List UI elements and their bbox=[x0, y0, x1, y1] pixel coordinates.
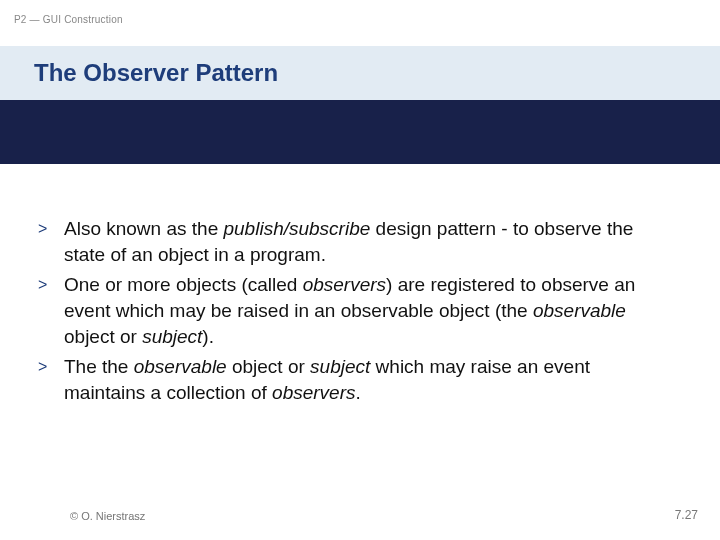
bullet-marker: > bbox=[34, 216, 64, 242]
footer-copyright: © O. Nierstrasz bbox=[70, 510, 145, 522]
bullet-text: The the observable object or subject whi… bbox=[64, 354, 674, 406]
body-content: > Also known as the publish/subscribe de… bbox=[34, 216, 674, 410]
bullet-text: One or more objects (called observers) a… bbox=[64, 272, 674, 350]
bullet-marker: > bbox=[34, 354, 64, 380]
bullet-item: > The the observable object or subject w… bbox=[34, 354, 674, 406]
title-band: The Observer Pattern bbox=[0, 46, 720, 100]
bullet-marker: > bbox=[34, 272, 64, 298]
accent-band bbox=[0, 100, 720, 164]
slide-title: The Observer Pattern bbox=[0, 59, 278, 87]
bullet-text: Also known as the publish/subscribe desi… bbox=[64, 216, 674, 268]
bullet-item: > One or more objects (called observers)… bbox=[34, 272, 674, 350]
breadcrumb: P2 — GUI Construction bbox=[14, 14, 123, 25]
slide: P2 — GUI Construction The Observer Patte… bbox=[0, 0, 720, 540]
page-number: 7.27 bbox=[675, 508, 698, 522]
bullet-item: > Also known as the publish/subscribe de… bbox=[34, 216, 674, 268]
